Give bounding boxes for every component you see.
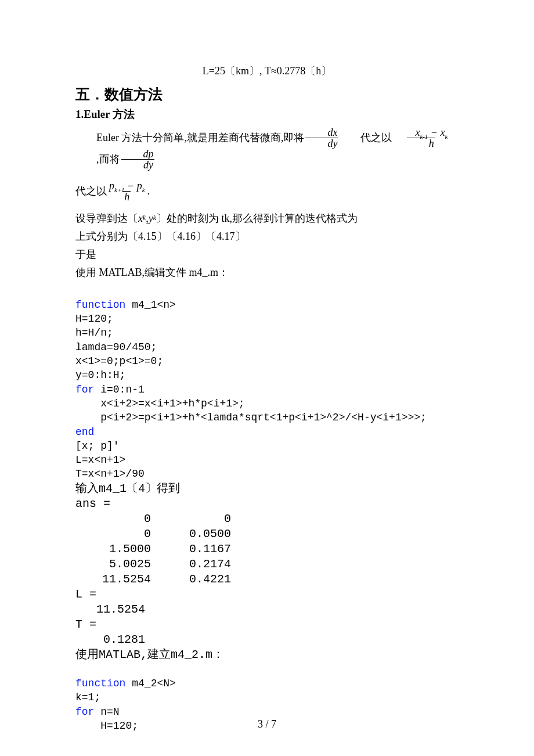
run-command-text: 输入m4_1〔4〕得到: [75, 481, 459, 496]
page-number: 3 / 7: [0, 717, 534, 732]
table-row: 00.0500: [75, 527, 459, 542]
subsection-heading: 1.Euler 方法: [75, 107, 459, 123]
intro-cont-text-1: 代之以: [75, 184, 107, 199]
intro-text-1: Euler 方法十分简单,就是用差商代替微商,即将: [75, 131, 304, 145]
output-L-label: L =: [75, 587, 459, 602]
eq-numbers: 上式分别为〔4.15〕〔4.16〕〔4.17〕: [75, 229, 459, 244]
fraction-dp-dy: dp dy: [121, 149, 155, 170]
matlab-intro-2: 使用MATLAB,建立m4_2.m：: [75, 647, 459, 663]
intro-text-2: 代之以: [340, 131, 392, 145]
keyword-for: for: [75, 706, 94, 718]
fraction-pk: pk+1 − pk h: [108, 181, 146, 202]
table-row: 00: [75, 512, 459, 527]
output-ans-label: ans =: [75, 496, 459, 512]
output-L-value: 11.5254: [75, 602, 459, 617]
intro-text-3: ,而将: [75, 152, 120, 167]
output-T-value: 0.1281: [75, 632, 459, 647]
fraction-dx-dy: dx dy: [305, 127, 338, 149]
output-T-label: T =: [75, 617, 459, 632]
table-row: 5.00250.2174: [75, 557, 459, 572]
keyword-function: function: [75, 678, 125, 689]
therefore: 于是: [75, 247, 459, 262]
intro-cont-text-2: .: [147, 184, 150, 199]
table-row: 1.50000.1167: [75, 542, 459, 557]
equation-top: L=25〔km〕, T≈0.2778〔h〕: [75, 64, 459, 78]
table-row: 11.52540.4221: [75, 572, 459, 587]
code-block-m4-1: function m4_1<n> H=120; h=H/n; lamda=90/…: [75, 284, 459, 481]
keyword-for: for: [75, 384, 94, 395]
section-heading: 五．数值方法: [75, 84, 459, 105]
output-table: 00 00.0500 1.50000.1167 5.00250.2174 11.…: [75, 512, 459, 587]
keyword-end: end: [75, 426, 94, 438]
matlab-intro: 使用 MATLAB,编辑文件 m4_.m：: [75, 265, 459, 280]
assume-paragraph: 设导弹到达〔 xk, yk 〕处的时刻为 tk,那么得到计算的迭代格式为: [75, 211, 459, 226]
intro-paragraph: Euler 方法十分简单,就是用差商代替微商,即将 dx dy 代之以 xk-1…: [75, 127, 459, 170]
fraction-xk: xk-1 − xk h: [393, 127, 449, 149]
document-page: L=25〔km〕, T≈0.2778〔h〕 五．数值方法 1.Euler 方法 …: [0, 0, 534, 756]
intro-continuation: 代之以 pk+1 − pk h .: [75, 181, 459, 202]
keyword-function: function: [75, 299, 125, 311]
